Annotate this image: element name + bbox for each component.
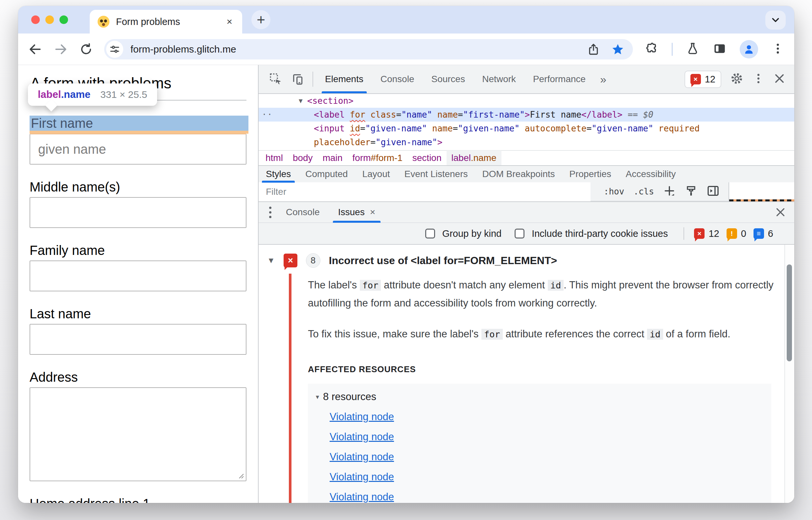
back-button[interactable] — [28, 42, 43, 56]
devtools-close-button[interactable] — [773, 72, 786, 86]
close-window-button[interactable] — [31, 16, 40, 24]
chrome-labs-button[interactable] — [686, 42, 700, 57]
browser-menu-button[interactable] — [771, 42, 784, 56]
new-tab-button[interactable]: + — [251, 10, 271, 29]
address-textarea[interactable] — [30, 387, 247, 481]
breadcrumb-section[interactable]: section — [407, 151, 447, 165]
dom-node-section[interactable]: ▼<section> — [259, 94, 794, 108]
browser-tab[interactable]: Form problems × — [90, 10, 242, 33]
warning-count: 0 — [741, 228, 746, 239]
devtools-tab-console[interactable]: Console — [372, 65, 423, 93]
breadcrumb-label-selected[interactable]: label.name — [447, 151, 502, 165]
error-count: 12 — [709, 228, 719, 239]
issue-description-paragraph-2: To fix this issue, make sure the label's… — [308, 325, 775, 343]
devtools-tab-sources[interactable]: Sources — [423, 65, 474, 93]
browser-window: Form problems × + — [18, 6, 794, 503]
expand-triangle-icon[interactable]: ▼ — [267, 256, 275, 265]
toggle-classes-button[interactable]: .cls — [634, 187, 654, 197]
kebab-menu-icon — [771, 42, 784, 55]
field-label-first-name: First name — [30, 116, 93, 131]
violating-node-link[interactable]: Violating node — [330, 411, 394, 423]
third-party-checkbox[interactable] — [515, 229, 525, 238]
violating-node-link[interactable]: Violating node — [330, 491, 394, 503]
share-icon — [587, 43, 600, 56]
breadcrumb-main[interactable]: main — [318, 151, 348, 165]
forward-button[interactable] — [54, 42, 68, 56]
more-tabs-button[interactable]: » — [594, 73, 612, 86]
tab-computed[interactable]: Computed — [298, 165, 355, 183]
drawer-scrollbar[interactable] — [784, 245, 794, 503]
rendering-emulation-button[interactable] — [685, 185, 697, 199]
inspect-element-button[interactable] — [264, 73, 287, 86]
bookmark-button[interactable] — [611, 43, 624, 56]
violating-node-link[interactable]: Violating node — [330, 451, 394, 463]
error-bubble-icon: × — [694, 228, 705, 239]
computed-panel-toggle-button[interactable] — [707, 184, 720, 199]
tab-dom-breakpoints[interactable]: DOM Breakpoints — [475, 165, 562, 183]
family-name-input[interactable] — [30, 260, 247, 291]
styles-filter-input[interactable] — [259, 182, 590, 201]
dom-node-label-selected[interactable]: ·· <label for class="name" name="first-n… — [259, 108, 794, 122]
new-style-rule-button[interactable] — [663, 185, 676, 199]
devtools-tab-network[interactable]: Network — [474, 65, 525, 93]
tab-layout[interactable]: Layout — [355, 165, 397, 183]
plus-icon — [663, 185, 676, 197]
tab-properties[interactable]: Properties — [562, 165, 618, 183]
scrollbar-thumb[interactable] — [787, 264, 792, 361]
issue-header[interactable]: ▼ × 8 Incorrect use of <label for=FORM_E… — [267, 253, 794, 268]
group-by-kind-checkbox[interactable] — [425, 229, 435, 238]
share-button[interactable] — [587, 43, 600, 56]
violating-node-link[interactable]: Violating node — [330, 431, 394, 443]
field-label-middle-name: Middle name(s) — [30, 180, 247, 194]
drawer-menu-button[interactable] — [264, 207, 277, 218]
devtools-menu-button[interactable] — [752, 72, 765, 86]
field-label-home-address: Home address line 1 — [30, 496, 247, 503]
drawer-close-button[interactable] — [775, 206, 786, 218]
first-name-input[interactable] — [30, 134, 247, 164]
drawer-tab-issues[interactable]: Issues × — [329, 202, 384, 223]
dom-node-input[interactable]: <input id="given-name" name="given-name"… — [259, 122, 794, 135]
panel-toggle-icon — [707, 184, 720, 198]
resources-toggle[interactable]: ▾ 8 resources — [316, 391, 762, 403]
drawer-tab-console[interactable]: Console — [277, 202, 329, 223]
devtools-settings-button[interactable] — [730, 72, 744, 87]
tab-event-listeners[interactable]: Event Listeners — [397, 165, 475, 183]
site-settings-button[interactable] — [106, 41, 123, 58]
last-name-input[interactable] — [30, 324, 247, 355]
drawer-tab-close-icon[interactable]: × — [370, 207, 375, 217]
extensions-button[interactable] — [645, 42, 659, 57]
node-more-actions-icon[interactable]: ·· — [262, 110, 273, 119]
dom-node-input-continued[interactable]: placeholder="given-name"> — [259, 135, 794, 149]
field-label-address: Address — [30, 370, 247, 385]
minimize-window-button[interactable] — [45, 16, 54, 24]
profile-button[interactable] — [740, 40, 758, 58]
fullscreen-window-button[interactable] — [59, 16, 68, 24]
devtools-tab-performance[interactable]: Performance — [525, 65, 594, 93]
toolbar-divider — [312, 72, 313, 87]
reload-button[interactable] — [79, 42, 93, 56]
dom-node-label-code: <label for class="name" name="first-name… — [259, 110, 653, 120]
middle-name-input[interactable] — [30, 197, 247, 228]
address-bar[interactable]: form-problems.glitch.me — [104, 39, 633, 59]
issue-description-paragraph-1: The label's for attribute doesn't match … — [308, 276, 775, 312]
device-toolbar-button[interactable] — [287, 73, 309, 86]
info-count-group: ≡ 6 — [754, 228, 773, 239]
issue-title: Incorrect use of <label for=FORM_ELEMENT… — [329, 255, 557, 267]
breadcrumb-form[interactable]: form#form-1 — [347, 151, 407, 165]
tab-search-chevron-button[interactable] — [765, 10, 786, 30]
devtools-tab-elements[interactable]: Elements — [316, 65, 372, 93]
side-panel-button[interactable] — [713, 42, 727, 57]
violating-node-link[interactable]: Violating node — [330, 471, 394, 483]
affected-resources-heading: AFFECTED RESOURCES — [308, 364, 794, 374]
url-text[interactable]: form-problems.glitch.me — [130, 44, 576, 55]
tab-styles[interactable]: Styles — [259, 165, 298, 183]
tab-close-icon[interactable]: × — [224, 16, 234, 28]
tab-accessibility[interactable]: Accessibility — [618, 165, 683, 183]
element-picker-icon — [269, 73, 282, 86]
window-controls — [31, 16, 68, 24]
resize-handle-icon[interactable] — [236, 471, 244, 478]
issues-count-button[interactable]: × 12 — [685, 71, 721, 88]
breadcrumb-body[interactable]: body — [288, 151, 318, 165]
breadcrumb-html[interactable]: html — [260, 151, 288, 165]
toggle-hover-state-button[interactable]: :hov — [604, 187, 624, 197]
